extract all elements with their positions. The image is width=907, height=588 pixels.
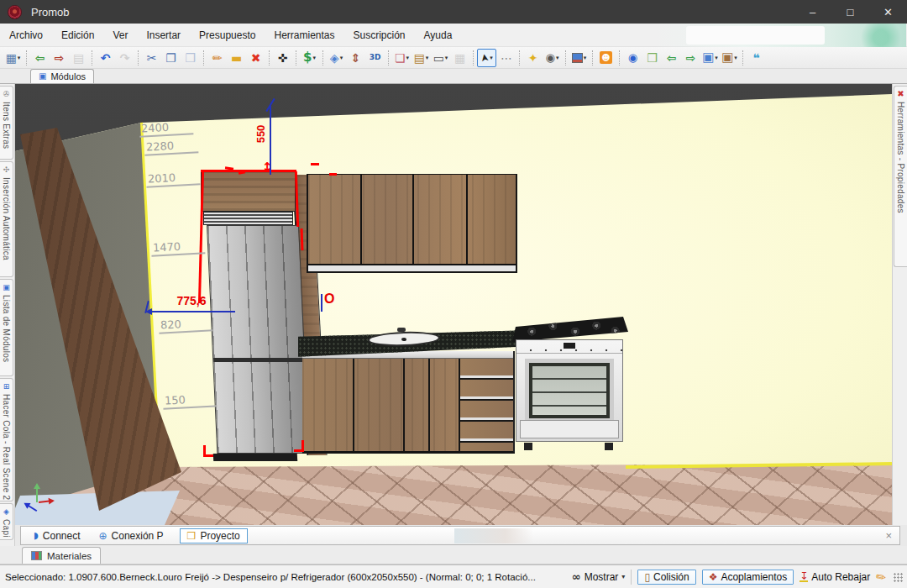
drawer-unit[interactable] [459,359,513,451]
save-button[interactable]: ▦▾ [3,49,23,67]
wand-button[interactable]: ✎ [876,571,886,583]
dropdown-caret-icon[interactable]: ▾ [445,55,448,61]
tab-label: Proyecto [200,530,239,542]
materials-icon [31,551,42,560]
colision-button[interactable]: ▯ Colisión [637,570,695,585]
stove[interactable] [511,317,630,461]
tab-proyecto[interactable]: ❒Proyecto [180,528,248,543]
undo-button[interactable]: ↶ [96,49,115,67]
view-3d-button[interactable]: 3D [365,49,385,67]
budget-button[interactable]: $▾ [300,49,319,67]
panel-close-button[interactable]: × [885,529,892,543]
previous-button[interactable]: ⇦ [662,49,681,67]
tab-modulos[interactable]: ▣ Módulos [30,69,94,83]
toolbar-separator [592,50,593,66]
panel-thumbnail [454,528,533,543]
dropdown-caret-icon[interactable]: ▾ [584,55,587,61]
tab-label: Lista de Módulos [2,295,11,362]
cut-button[interactable]: ✂ [142,49,161,67]
menu-edicion[interactable]: Edición [52,24,103,46]
rectangle-button[interactable]: ▭▾ [431,49,450,67]
camera-button[interactable]: ◉▾ [543,49,562,67]
tab-hacer-cola-real-scene-2-0[interactable]: ⊞Hacer Cola - Real Scene 2.0 [0,378,13,501]
lighting-button[interactable]: ✦ [523,49,543,67]
oven-window [525,359,614,423]
format-painter-button[interactable]: ✏ [207,49,227,67]
resize-grip[interactable] [894,573,903,582]
selection-outline [198,171,204,303]
menu-herramientas[interactable]: Herramientas [265,24,343,46]
selection-status: Seleccionado: 1.0907.600.Berneck.Louro F… [5,572,559,582]
base-cabinets[interactable] [302,351,515,454]
mostrar-button[interactable]: ∞ Mostrar ▾ [572,571,626,583]
tab-herramientas-propiedades[interactable]: ✖ Herramientas - Propiedades [894,86,907,267]
tab-conexion-p[interactable]: ⊕Conexión P [97,529,166,543]
auto-rebajar-button[interactable]: ↧ Auto Rebajar [800,571,870,583]
maximize-button[interactable]: □ [831,0,869,24]
copy-button[interactable]: ❐ [161,49,181,67]
viewport-3d[interactable]: ↕ 550 775,6 O 2400228020101470820150 [15,84,892,525]
camera-icon: ◉ [546,52,555,63]
next-icon: ⇨ [686,52,696,64]
menu-suscripcion[interactable]: Suscripción [344,24,415,46]
import-button[interactable]: ⇦ [30,49,50,67]
tab-label: Connect [43,530,81,542]
menu-ayuda[interactable]: Ayuda [415,24,462,46]
material-blocks-button[interactable]: ▾ [569,49,589,67]
dropdown-caret-icon[interactable]: ▾ [18,55,21,61]
dropdown-caret-icon[interactable]: ▾ [406,55,410,61]
door-height-button[interactable]: ⇕ [346,49,365,67]
insercion-automatica-icon: ✣ [3,165,10,175]
select-cursor-button[interactable]: ➤▾ [477,49,496,67]
minimize-button[interactable]: – [794,0,831,24]
select-cursor-icon: ➤ [479,53,490,63]
paint-roller-button[interactable]: ▬ [227,49,246,67]
dropdown-caret-icon[interactable]: ▾ [556,55,559,61]
dropdown-caret-icon[interactable]: ▾ [312,55,316,61]
measure-button[interactable]: ⋯ [496,49,516,67]
tab-connect[interactable]: ◗Connect [31,529,83,543]
refrigerator[interactable] [207,225,309,454]
tab-insercion-automatica[interactable]: ✣Inserción Automática [0,161,13,277]
pantry-cabinet-top[interactable] [201,171,296,212]
close-button[interactable]: ✕ [869,0,907,24]
wall-dimension-2400: 2400 [139,119,194,137]
package-button[interactable]: ▣▾ [720,49,739,67]
oven-body [516,339,623,442]
acoplamientos-button[interactable]: ❖ Acoplamientos [702,570,794,585]
dropdown-caret-icon[interactable]: ▾ [715,55,718,61]
box-view-button[interactable]: ▣▾ [700,49,720,67]
menu-ver[interactable]: Ver [103,24,137,46]
dropdown-caret-icon[interactable]: ▾ [426,55,429,61]
delete-button[interactable]: ✖ [246,49,265,67]
menu-presupuesto[interactable]: Presupuesto [190,24,265,46]
next-button[interactable]: ⇨ [681,49,700,67]
paste-icon: ❒ [185,52,196,64]
move-button[interactable]: ✜ [273,49,292,67]
wall-build-button[interactable]: ▤▾ [412,49,431,67]
tab-capi[interactable]: ◈Capi [0,503,13,540]
acoplamientos-label: Acoplamientos [721,571,787,583]
layers-button[interactable]: ◈▾ [327,49,346,67]
wall-cabinets[interactable] [307,174,517,273]
title-bar: Promob – □ ✕ [0,0,907,24]
tab-lista-de-modulos[interactable]: ▣Lista de Módulos [0,279,13,376]
insert-module-button[interactable]: ❒ [642,49,662,67]
group-button[interactable]: ❏▾ [392,49,412,67]
tab-itens-extras[interactable]: ✇Itens Extras [0,86,13,160]
support-chat-button[interactable]: ❝ [747,49,766,67]
dropdown-caret-icon[interactable]: ▾ [734,55,737,61]
selection-corner-mark [294,440,304,452]
menu-archivo[interactable]: Archivo [0,24,52,46]
dropdown-caret-icon[interactable]: ▾ [340,55,343,61]
wall-dimension-2010: 2010 [146,170,201,187]
export-button[interactable]: ⇨ [50,49,69,67]
client-button[interactable]: ☻ [596,49,616,67]
tab-materiales[interactable]: Materiales [22,547,101,564]
selection-outline [201,170,296,172]
toolbar-separator [619,50,620,66]
itens-extras-icon: ✇ [3,89,10,99]
visibility-button[interactable]: ◉ [623,49,642,67]
dimension-550: 550 [254,125,267,144]
menu-insertar[interactable]: Insertar [137,24,190,46]
